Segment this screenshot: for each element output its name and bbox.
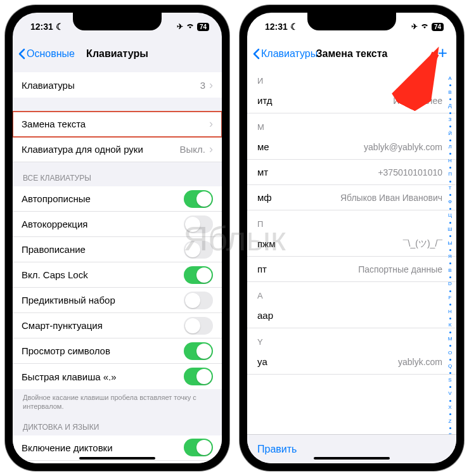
one-handed-row[interactable]: Клавиатура для одной руки Выкл. › bbox=[13, 137, 222, 162]
edit-button[interactable]: Править bbox=[257, 444, 297, 455]
back-button[interactable]: Клавиатуры bbox=[247, 48, 318, 60]
enable-dictation-toggle[interactable] bbox=[184, 439, 213, 456]
phrase: +375010101010 bbox=[293, 167, 442, 177]
screen-right: 12:31 ☾ ✈ 74 Клавиатуры Замена текста + bbox=[247, 13, 456, 463]
spelling-row[interactable]: Правописание bbox=[13, 237, 222, 262]
shortcut: aap bbox=[257, 310, 293, 321]
nav-bar: Основные Клавиатуры bbox=[13, 41, 222, 67]
text-replacement-label: Замена текста bbox=[22, 119, 209, 129]
section-header-y: Y bbox=[247, 328, 456, 349]
smart-punct-row[interactable]: Смарт-пунктуация bbox=[13, 313, 222, 338]
section-header-m: М bbox=[247, 113, 456, 134]
phrase: yablyk.com bbox=[293, 357, 442, 367]
predictive-row[interactable]: Предиктивный набор bbox=[13, 288, 222, 313]
all-keyboards-header: ВСЕ КЛАВИАТУРЫ bbox=[13, 174, 222, 186]
notch bbox=[73, 13, 162, 30]
shortcut: мт bbox=[257, 167, 293, 177]
one-handed-label: Клавиатура для одной руки bbox=[22, 144, 180, 155]
focus-moon-icon: ☾ bbox=[290, 22, 299, 32]
shortcut: ya bbox=[257, 356, 293, 367]
char-preview-toggle[interactable] bbox=[184, 342, 213, 360]
phrase: Яблыков Иван Иванович bbox=[293, 193, 442, 203]
spelling-label: Правописание bbox=[22, 244, 184, 255]
caps-lock-toggle[interactable] bbox=[184, 266, 213, 284]
replacement-row[interactable]: мт +375010101010 bbox=[247, 160, 456, 185]
focus-moon-icon: ☾ bbox=[56, 22, 64, 32]
period-shortcut-label: Быстрая клавиша «.» bbox=[22, 371, 184, 382]
period-shortcut-toggle[interactable] bbox=[184, 368, 213, 385]
wifi-icon bbox=[420, 22, 429, 31]
char-preview-label: Просмотр символов bbox=[22, 345, 184, 356]
smart-punct-label: Смарт-пунктуация bbox=[22, 320, 184, 331]
auto-correct-label: Автокоррекция bbox=[22, 219, 184, 229]
screen-left: 12:31 ☾ ✈ 74 Основные Клавиатуры Клавиат… bbox=[13, 13, 222, 463]
airplane-icon: ✈ bbox=[177, 22, 183, 31]
chevron-right-icon: › bbox=[209, 79, 213, 92]
dictation-header: ДИКТОВКА И ЯЗЫКИ bbox=[13, 423, 222, 435]
shortcut: мф bbox=[257, 192, 293, 203]
predictive-toggle[interactable] bbox=[184, 292, 213, 309]
phone-frame-right: 12:31 ☾ ✈ 74 Клавиатуры Замена текста + bbox=[240, 5, 464, 471]
auto-caps-label: Автопрописные bbox=[22, 193, 184, 204]
auto-caps-toggle[interactable] bbox=[184, 190, 213, 208]
caps-lock-label: Вкл. Caps Lock bbox=[22, 269, 184, 280]
shortcut: итд bbox=[257, 95, 293, 106]
enable-dictation-label: Включение диктовки bbox=[22, 442, 184, 453]
auto-punct-row[interactable]: Автопунктуация bbox=[13, 461, 222, 463]
back-button[interactable]: Основные bbox=[13, 48, 75, 60]
battery-icon: 74 bbox=[432, 23, 444, 31]
auto-correct-toggle[interactable] bbox=[184, 215, 213, 233]
replacement-row[interactable]: aap bbox=[247, 303, 456, 328]
replacement-row[interactable]: ya yablyk.com bbox=[247, 349, 456, 375]
caps-lock-row[interactable]: Вкл. Caps Lock bbox=[13, 262, 222, 288]
airplane-icon: ✈ bbox=[411, 22, 418, 31]
shortcut: ме bbox=[257, 141, 293, 152]
shortcut: пт bbox=[257, 264, 293, 274]
back-label: Основные bbox=[27, 48, 75, 60]
predictive-label: Предиктивный набор bbox=[22, 295, 184, 306]
auto-caps-row[interactable]: Автопрописные bbox=[13, 186, 222, 212]
replacement-row[interactable]: пжм ¯\_(ツ)_/¯ bbox=[247, 231, 456, 257]
battery-icon: 74 bbox=[197, 23, 209, 31]
chevron-right-icon: › bbox=[209, 117, 213, 131]
char-preview-row[interactable]: Просмотр символов bbox=[13, 338, 222, 364]
phrase: ¯\_(ツ)_/¯ bbox=[293, 238, 442, 250]
phone-frame-left: 12:31 ☾ ✈ 74 Основные Клавиатуры Клавиат… bbox=[5, 5, 229, 471]
period-shortcut-row[interactable]: Быстрая клавиша «.» bbox=[13, 364, 222, 389]
wifi-icon bbox=[186, 22, 195, 31]
content-left: Клавиатуры 3 › Замена текста › Клавиатур… bbox=[13, 67, 222, 463]
back-label: Клавиатуры bbox=[261, 48, 318, 60]
notch bbox=[307, 13, 396, 30]
smart-punct-toggle[interactable] bbox=[184, 317, 213, 335]
text-replacement-row[interactable]: Замена текста › bbox=[13, 112, 222, 137]
section-header-p: П bbox=[247, 210, 456, 231]
keyboards-count: 3 bbox=[200, 80, 205, 91]
clock: 12:31 bbox=[30, 22, 53, 32]
keyboards-row[interactable]: Клавиатуры 3 › bbox=[13, 72, 222, 98]
chevron-right-icon: › bbox=[209, 143, 213, 156]
phrase: yablyk@yablyk.com bbox=[293, 142, 442, 152]
clock: 12:31 bbox=[265, 22, 288, 32]
replacement-row[interactable]: ме yablyk@yablyk.com bbox=[247, 134, 456, 160]
home-indicator[interactable] bbox=[314, 457, 390, 460]
keyboards-label: Клавиатуры bbox=[22, 80, 200, 91]
one-handed-value: Выкл. bbox=[180, 144, 205, 155]
phrase: Паспортные данные bbox=[293, 264, 442, 274]
spelling-toggle[interactable] bbox=[184, 241, 213, 259]
replacement-row[interactable]: пт Паспортные данные bbox=[247, 257, 456, 282]
auto-correct-row[interactable]: Автокоррекция bbox=[13, 212, 222, 237]
home-indicator[interactable] bbox=[79, 457, 155, 460]
content-right: И итд И так далее М ме yablyk@yablyk.com… bbox=[247, 67, 456, 434]
replacement-row[interactable]: мф Яблыков Иван Иванович bbox=[247, 185, 456, 210]
index-bar[interactable]: АВДЗЙЛНПТФЦШЫЯВDFНКМОQSVХZ# bbox=[446, 76, 454, 438]
section-header-a: A bbox=[247, 282, 456, 303]
shortcut: пжм bbox=[257, 238, 293, 249]
footer-note: Двойное касание клавиши пробела вставляе… bbox=[13, 389, 222, 411]
